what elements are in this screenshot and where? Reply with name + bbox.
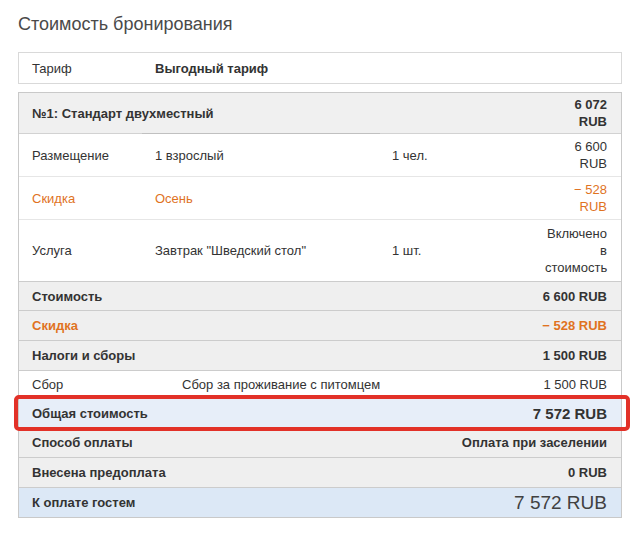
tariff-row: Тариф Выгодный тариф (19, 53, 621, 83)
detail-row-accommodation: Размещение 1 взрослый 1 чел. 6 600 RUB (19, 134, 621, 177)
detail-row-service: Услуга Завтрак "Шведский стол" 1 шт. Вкл… (19, 220, 621, 281)
detail-name: 1 взрослый (155, 148, 392, 163)
prepaid-value: 0 RUB (568, 464, 621, 481)
summary-label: Налоги и сборы (19, 348, 543, 363)
summary-row-cost: Стоимость 6 600 RUB (19, 281, 621, 311)
total-amount: 7 572 RUB (533, 405, 621, 422)
room-header-row: №1: Стандарт двухместный 6 072 RUB (19, 93, 621, 134)
fee-name: Сбор за проживание с питомцем (155, 377, 543, 392)
room-amount: 6 072 RUB (545, 96, 621, 130)
due-amount: 7 572 RUB (514, 492, 621, 514)
booking-cost-table: №1: Стандарт двухместный 6 072 RUB Разме… (18, 92, 622, 518)
summary-amount: 6 600 RUB (543, 288, 621, 305)
prepaid-row: Внесена предоплата 0 RUB (19, 458, 621, 488)
summary-label: Стоимость (19, 289, 543, 304)
detail-row-discount: Скидка Осень − 528 RUB (19, 177, 621, 220)
detail-qty: 1 чел. (392, 148, 545, 163)
summary-label: Скидка (19, 318, 542, 333)
detail-amount: − 528 RUB (545, 181, 621, 215)
summary-amount: 1 500 RUB (543, 347, 621, 364)
room-title: №1: Стандарт двухместный (19, 106, 545, 121)
detail-label: Размещение (19, 148, 155, 163)
fee-amount: 1 500 RUB (543, 376, 621, 393)
page-title: Стоимость бронирования (18, 12, 622, 36)
payment-method-value: Оплата при заселении (462, 434, 621, 451)
due-row: К оплате гостем 7 572 RUB (19, 488, 621, 517)
tariff-value: Выгодный тариф (155, 61, 392, 76)
summary-amount: − 528 RUB (542, 317, 621, 334)
fee-row: Сбор Сбор за проживание с питомцем 1 500… (19, 371, 621, 398)
header-subline (142, 133, 380, 134)
due-label: К оплате гостем (19, 495, 514, 510)
detail-amount: 6 600 RUB (545, 138, 621, 172)
tariff-table: Тариф Выгодный тариф (18, 52, 622, 84)
fee-label: Сбор (19, 377, 155, 392)
total-label: Общая стоимость (19, 406, 533, 421)
detail-name: Осень (155, 191, 392, 206)
total-row-wrap: Общая стоимость 7 572 RUB (19, 398, 621, 428)
payment-method-label: Способ оплаты (19, 435, 462, 450)
detail-amount: Включено в стоимость (545, 225, 621, 276)
detail-label: Услуга (19, 243, 155, 258)
detail-qty: 1 шт. (392, 243, 545, 258)
detail-label: Скидка (19, 191, 155, 206)
tariff-label: Тариф (19, 61, 155, 76)
summary-row-discount: Скидка − 528 RUB (19, 311, 621, 341)
payment-method-row: Способ оплаты Оплата при заселении (19, 428, 621, 458)
summary-row-taxes: Налоги и сборы 1 500 RUB (19, 341, 621, 371)
detail-name: Завтрак "Шведский стол" (155, 243, 392, 258)
total-row: Общая стоимость 7 572 RUB (19, 398, 621, 428)
prepaid-label: Внесена предоплата (19, 465, 568, 480)
